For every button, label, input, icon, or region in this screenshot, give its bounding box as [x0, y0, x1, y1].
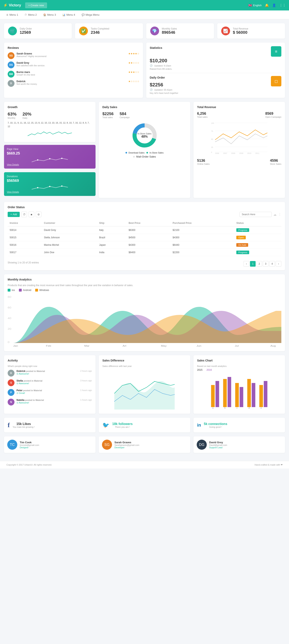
activity-action-3: posted in Material: [23, 389, 42, 392]
ios-color: [8, 289, 11, 292]
team-name-2: Sarah Graves: [114, 441, 139, 444]
svg-text:Arl: Arl: [123, 344, 126, 347]
order-search-input[interactable]: [239, 212, 272, 217]
facebook-info: 15k Likes You main list growing !: [13, 422, 35, 428]
activity-reaction-4: ⊙ Awesome!: [17, 402, 44, 404]
daily-growth-label: Daily: [23, 117, 31, 119]
monitor-icon: 🖥: [6, 14, 9, 16]
clock-icon: ⏱: [25, 14, 27, 16]
notification-icon[interactable]: 🔔: [265, 4, 269, 7]
col-purchased-price: Purchased Price: [171, 220, 234, 226]
nav-menu1[interactable]: 🖥 Menu 1: [3, 12, 21, 18]
nav-menu4[interactable]: 📊 Menu 4: [60, 12, 78, 18]
page-1-button[interactable]: 1: [250, 261, 256, 267]
review-stars-2: ★★☆☆☆: [128, 62, 139, 64]
create-new-button[interactable]: + Create new: [25, 2, 47, 8]
avatar-dobrick: D: [8, 80, 15, 87]
daily-order-value: $2256: [150, 82, 178, 88]
activity-name-3: Peter posted in Material: [17, 389, 42, 392]
stat-revenue-label: Total Revenue: [233, 27, 248, 30]
donations-title: Donations: [7, 175, 93, 178]
col-status: Status: [234, 220, 281, 226]
nav-mega-menu[interactable]: 💬 Mega Menu: [79, 12, 102, 18]
review-stars-4: ★☆☆☆☆: [128, 80, 139, 83]
statistics-action-button[interactable]: ≡: [271, 46, 281, 57]
status-badge: Progress: [236, 228, 249, 232]
svg-text:100: 100: [211, 122, 214, 124]
col-customer: Customer: [42, 220, 97, 226]
svg-text:2010: 2010: [247, 152, 251, 154]
clock-toolbar-icon[interactable]: ⏱: [21, 212, 27, 217]
page-4-button[interactable]: 4: [269, 261, 275, 267]
svg-text:2007: 2007: [223, 152, 227, 154]
activity-info-2: Stella posted in Material ⊙ Awesome!: [17, 379, 43, 385]
more-icon[interactable]: ⋮: [278, 212, 281, 216]
growth-numbers: 63% Monthly 20% Daily: [8, 112, 92, 119]
team-role-2: Developer: [114, 446, 139, 449]
avatar-sarah: SG: [8, 52, 15, 59]
prev-page-button[interactable]: ‹: [243, 261, 249, 267]
avatar-david: DG: [8, 62, 15, 68]
activity-info-4: Natelia posted in Material ⊙ Awesome!: [17, 399, 44, 404]
page-view-link[interactable]: View Details: [7, 163, 93, 166]
nav-menu3[interactable]: 🏠 Menu 3: [41, 12, 59, 18]
language-label: English: [253, 4, 262, 7]
online-sales-label: Online Sales: [197, 163, 210, 165]
activity-item-3: P Peter posted in Material ⊙ Great! 1 ho…: [8, 389, 92, 396]
flag-icon: 🇬🇧: [248, 4, 252, 7]
activity-avatar-3: P: [8, 389, 15, 396]
extra-revenue-numbers: 5136 Online Sales 4596 Store Sales: [197, 158, 281, 165]
svg-text:Jun: Jun: [196, 344, 201, 347]
user-icon[interactable]: 👤: [272, 4, 276, 7]
grid-icon[interactable]: ⋮⋮: [279, 4, 286, 7]
review-stars-1: ★★★★☆: [128, 52, 139, 55]
review-info-4: Dobrick Not worth the money.: [17, 80, 37, 85]
twitter-sub: There you are !: [112, 426, 133, 428]
next-page-button[interactable]: ›: [276, 261, 281, 267]
check-icon: ✅: [79, 26, 88, 35]
svg-text:75: 75: [211, 130, 213, 132]
svg-text:Jul: Jul: [235, 344, 239, 347]
svg-point-0: [37, 159, 39, 160]
legend-instore: In-Store Sales: [146, 152, 163, 154]
activity-name-1: Dobrick posted in Material: [17, 370, 45, 372]
donations-link[interactable]: View Details: [7, 191, 93, 193]
legend-windows: Windows: [35, 289, 49, 292]
settings-toolbar-icon[interactable]: ⚙: [36, 212, 42, 217]
page-2-button[interactable]: 2: [256, 261, 262, 267]
page-info: Showing 1 to 20 of 20 entries: [8, 261, 39, 264]
language-selector[interactable]: 🇬🇧 English: [248, 4, 262, 7]
cloud-icon[interactable]: ☁: [273, 212, 276, 216]
status-badge: Progress: [236, 250, 249, 254]
donut-pct: 48%: [138, 135, 152, 138]
activity-item-1: D Dobrick posted in Material ⊙ Awesome! …: [8, 370, 92, 376]
col-best-price: Best Price: [127, 220, 171, 226]
review-stars-3: ★★★☆☆: [128, 71, 139, 74]
activity-time-1: 2 hours ago: [80, 370, 92, 372]
daily-sales-label: Total sales: [102, 116, 114, 118]
square-toolbar-icon[interactable]: ■: [29, 212, 34, 217]
activity-info-3: Peter posted in Material ⊙ Great!: [17, 389, 42, 394]
cell-invoice: 50014: [8, 226, 42, 234]
revenue-total-value: 6,256: [197, 112, 207, 116]
table-row: 50016 Marina Michel Japan $4300 $6440 On…: [8, 241, 281, 249]
windows-color: [35, 289, 38, 292]
page-3-button[interactable]: 3: [263, 261, 268, 267]
team-avatar-1: TC: [7, 440, 17, 450]
stat-daily-order-value: 12569: [20, 30, 32, 35]
download-sales-label: Download Sales: [129, 152, 145, 154]
cell-customer: Marina Michel: [42, 241, 97, 249]
review-text-2: Not satisfied with the service.: [17, 64, 45, 67]
stat-monthly-sales: 💎 Monthly Sales 896546: [146, 23, 214, 38]
daily-growth-value: 20%: [23, 112, 31, 117]
growth-card: Growth 63% Monthly 20% Daily 7, 10, 11, …: [4, 102, 96, 142]
daily-order-action-button[interactable]: ◻: [271, 76, 281, 86]
svg-point-2: [61, 158, 63, 159]
cart-icon: 🛒: [8, 26, 17, 35]
daily-clock-icon: 🕐: [150, 88, 153, 91]
add-button[interactable]: + Add: [8, 212, 20, 217]
cell-best: $6300: [127, 226, 171, 234]
download-sales-dot: [126, 152, 127, 154]
activity-avatar-4: N: [8, 399, 15, 406]
nav-menu2[interactable]: ⏱ Menu 2: [22, 12, 40, 18]
